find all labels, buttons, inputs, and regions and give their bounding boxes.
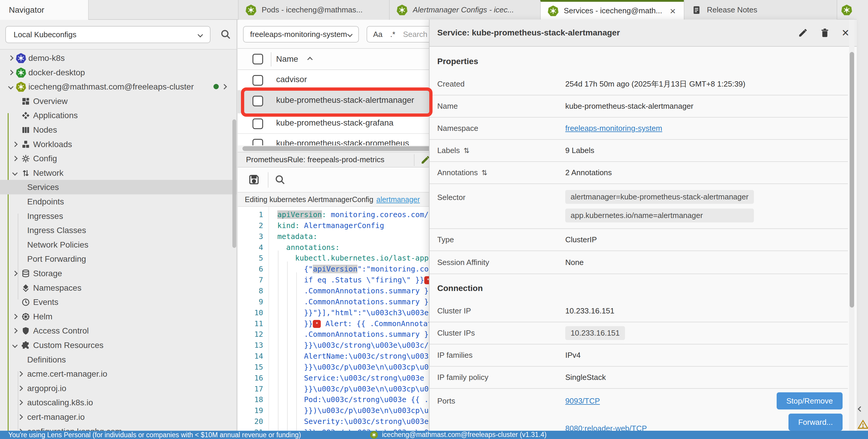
sidebar-item-configuration-konghq-com[interactable]: configuration.konghq.com [0, 424, 237, 431]
cluster-tree: demo-k8sdocker-desktopicecheng@mathmast.… [0, 50, 237, 431]
chevron-right-icon[interactable] [12, 156, 18, 161]
sidebar-item-label: configuration.konghq.com [27, 427, 122, 431]
alertmanager-link[interactable]: alertmanager [376, 195, 420, 204]
chevron-right-icon[interactable] [12, 141, 18, 147]
sidebar-item-nodes[interactable]: Nodes [0, 123, 237, 137]
sidebar-item-endpoints[interactable]: Endpoints [0, 194, 237, 209]
line-number: 6 [240, 265, 263, 273]
chevron-right-icon[interactable] [221, 84, 227, 89]
sidebar-item-config[interactable]: Config [0, 151, 237, 166]
row-checkbox[interactable] [252, 75, 263, 86]
panel-scrollbar-thumb[interactable] [850, 52, 854, 308]
property-row-selector: Selector alertmanager=kube-prometheus-st… [430, 184, 848, 229]
sidebar-item-network-policies[interactable]: Network Policies [0, 238, 237, 252]
code-text: .CommonAnnotations.summary }} [277, 286, 433, 295]
sidebar-item-icecheng-mathmast-com-freeleaps-cluster[interactable]: icecheng@mathmast.com@freeleaps-cluster [0, 79, 237, 94]
port-link[interactable]: 9093/TCP [565, 397, 647, 406]
divider [268, 172, 269, 188]
close-icon[interactable]: × [842, 27, 849, 39]
sidebar-item-applications[interactable]: Applications [0, 108, 237, 123]
labels-label: Labels [437, 146, 460, 155]
code-text: .CommonAnnotations.summary }} [277, 330, 433, 339]
created-label: Created [437, 79, 565, 89]
search-icon[interactable] [220, 29, 231, 40]
sidebar-item-cert-manager-io[interactable]: cert-manager.io [0, 410, 237, 424]
chevron-down-icon[interactable] [12, 170, 18, 175]
chevron-right-icon[interactable] [12, 328, 18, 333]
chevron-right-icon[interactable] [18, 371, 23, 376]
stop-remove-button[interactable]: Stop/Remove [777, 392, 843, 409]
port-link[interactable]: 8080:reloader-web/TCP [565, 424, 647, 431]
tab-4[interactable]: Release Notes [684, 0, 837, 20]
select-all-checkbox[interactable] [252, 54, 263, 64]
type-value: ClusterIP [565, 235, 597, 244]
tab-2[interactable]: Alertmanager Configs - icec... [389, 0, 540, 20]
sidebar-item-label: argoproj.io [27, 384, 66, 393]
chevron-right-icon[interactable] [18, 429, 23, 431]
chevron-down-icon[interactable] [12, 342, 18, 348]
chevron-right-icon[interactable] [8, 70, 13, 75]
forward-button[interactable]: Forward... [788, 414, 843, 431]
chevron-right-icon[interactable] [18, 400, 23, 405]
kubeconfig-select[interactable]: Local Kubeconfigs [5, 26, 211, 43]
sidebar-item-label: Helm [33, 312, 52, 322]
panel-body: Properties Created 254d 17h 50m ago (202… [430, 47, 848, 431]
tab-3[interactable]: Services - icecheng@math...× [540, 0, 684, 20]
sidebar-item-events[interactable]: Events [0, 295, 237, 309]
edit-pencil-icon[interactable] [798, 28, 808, 38]
trash-icon[interactable] [820, 28, 830, 38]
sidebar-item-docker-desktop[interactable]: docker-desktop [0, 65, 237, 80]
namespaces-icon [21, 283, 30, 293]
chevron-right-icon[interactable] [12, 314, 18, 319]
row-checkbox[interactable] [252, 119, 263, 129]
row-checkbox[interactable] [252, 139, 263, 145]
tab-1[interactable]: Pods - icecheng@mathmas... [238, 0, 389, 20]
ip-families-value: IPv4 [565, 351, 581, 360]
chevron-right-icon[interactable] [18, 414, 23, 419]
sidebar-item-autoscaling-k8s-io[interactable]: autoscaling.k8s.io [0, 395, 237, 410]
prometheusrule-label: PrometheusRule: freepeals-prod-metrics [246, 155, 384, 164]
chevron-left-icon[interactable] [858, 406, 863, 411]
sidebar-item-demo-k8s[interactable]: demo-k8s [0, 51, 237, 65]
chevron-right-icon[interactable] [18, 385, 23, 391]
sort-toggle-icon[interactable]: ⇅ [481, 169, 487, 177]
sidebar-item-label: icecheng@mathmast.com@freeleaps-cluster [28, 82, 194, 92]
code-text: }}\u003c/strong\u003e\u003c/h3 [277, 341, 438, 349]
chevron-down-icon[interactable] [8, 84, 13, 89]
sidebar-item-acme-cert-manager-io[interactable]: acme.cert-manager.io [0, 367, 237, 381]
sidebar-item-namespaces[interactable]: Namespaces [0, 281, 237, 295]
match-case-icon[interactable]: Aa [373, 30, 382, 39]
active-cluster-status[interactable]: icecheng@mathmast.com@freeleaps-cluster … [370, 431, 547, 439]
sidebar-item-workloads[interactable]: Workloads [0, 137, 237, 151]
sidebar-scrollbar[interactable] [232, 120, 236, 248]
sort-toggle-icon[interactable]: ⇅ [464, 146, 469, 155]
navigator-panel-tab[interactable]: Navigator [0, 0, 89, 20]
line-number: 14 [240, 352, 263, 361]
sidebar-item-port-forwarding[interactable]: Port Forwarding [0, 252, 237, 266]
sidebar-item-access-control[interactable]: Access Control [0, 324, 237, 338]
namespace-link[interactable]: freeleaps-monitoring-system [565, 124, 662, 133]
sidebar-item-services[interactable]: Services [0, 180, 237, 194]
warning-icon[interactable] [857, 419, 868, 430]
chevron-right-icon[interactable] [8, 55, 13, 61]
sidebar-item-helm[interactable]: Helm [0, 309, 237, 324]
cluster-ip-label: Cluster IP [437, 306, 565, 315]
search-icon[interactable] [274, 174, 286, 185]
sidebar-item-ingresses[interactable]: Ingresses [0, 209, 237, 223]
sidebar-item-storage[interactable]: Storage [0, 266, 237, 281]
sidebar-item-network[interactable]: Network [0, 166, 237, 180]
name-column-header[interactable]: Name [276, 54, 298, 64]
sidebar-item-ingress-classes[interactable]: Ingress Classes [0, 223, 237, 238]
name-value: kube-prometheus-stack-alertmanager [565, 102, 693, 111]
sidebar-item-overview[interactable]: Overview [0, 94, 237, 108]
regex-icon[interactable]: .* [390, 30, 395, 39]
save-icon[interactable] [248, 173, 260, 186]
sidebar-item-definitions[interactable]: Definitions [0, 352, 237, 367]
close-icon[interactable]: × [670, 6, 676, 16]
sidebar-item-label: demo-k8s [28, 54, 65, 63]
sidebar-item-custom-resources[interactable]: Custom Resources [0, 338, 237, 352]
namespace-select[interactable]: freeleaps-monitoring-system [243, 26, 359, 42]
connected-status-dot [213, 84, 219, 89]
chevron-right-icon[interactable] [12, 271, 18, 276]
sidebar-item-argoproj-io[interactable]: argoproj.io [0, 381, 237, 396]
